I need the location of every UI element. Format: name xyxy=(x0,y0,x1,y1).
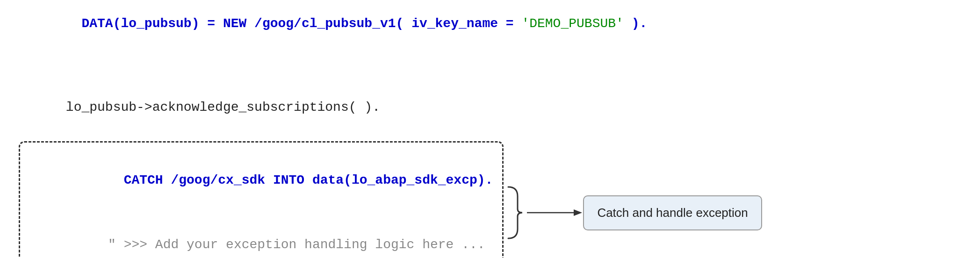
data-iv: iv_key_name = xyxy=(404,16,521,31)
arrow-svg xyxy=(527,206,583,220)
catch-section-row: CATCH /goog/cx_sdk INTO data(lo_abap_sdk… xyxy=(19,141,762,258)
code-section: TRY. DATA(lo_pubsub) = NEW /goog/cl_pubs… xyxy=(19,0,771,258)
annotation-label: Catch and handle exception xyxy=(597,206,748,220)
catch-keyword: CATCH /goog/cx_sdk xyxy=(108,173,273,187)
into-keyword: INTO xyxy=(273,173,304,187)
data-keyword: DATA(lo_pubsub) = NEW /goog/cl_pubsub_v1… xyxy=(66,16,404,31)
data-parens: data(lo_abap_sdk_excp). xyxy=(304,173,493,187)
data-close: ). xyxy=(624,16,647,31)
comment-line: " >>> Add your exception handling logic … xyxy=(29,213,493,258)
main-container: TRY. DATA(lo_pubsub) = NEW /goog/cl_pubs… xyxy=(0,0,980,258)
acknowledge-line: lo_pubsub->acknowledge_subscriptions( ). xyxy=(19,76,762,139)
acknowledge-text: lo_pubsub->acknowledge_subscriptions( ). xyxy=(66,100,380,115)
comment-text: " >>> Add your exception handling logic … xyxy=(108,237,485,252)
blank-line-2 xyxy=(19,55,762,76)
dashed-box: CATCH /goog/cx_sdk INTO data(lo_abap_sdk… xyxy=(19,141,504,258)
data-value: 'DEMO_PUBSUB' xyxy=(521,16,623,31)
catch-line: CATCH /goog/cx_sdk INTO data(lo_abap_sdk… xyxy=(29,148,493,213)
svg-marker-1 xyxy=(574,209,582,216)
data-line: DATA(lo_pubsub) = NEW /goog/cl_pubsub_v1… xyxy=(19,0,762,55)
brace-svg xyxy=(504,185,527,241)
annotation-box: Catch and handle exception xyxy=(583,195,762,230)
